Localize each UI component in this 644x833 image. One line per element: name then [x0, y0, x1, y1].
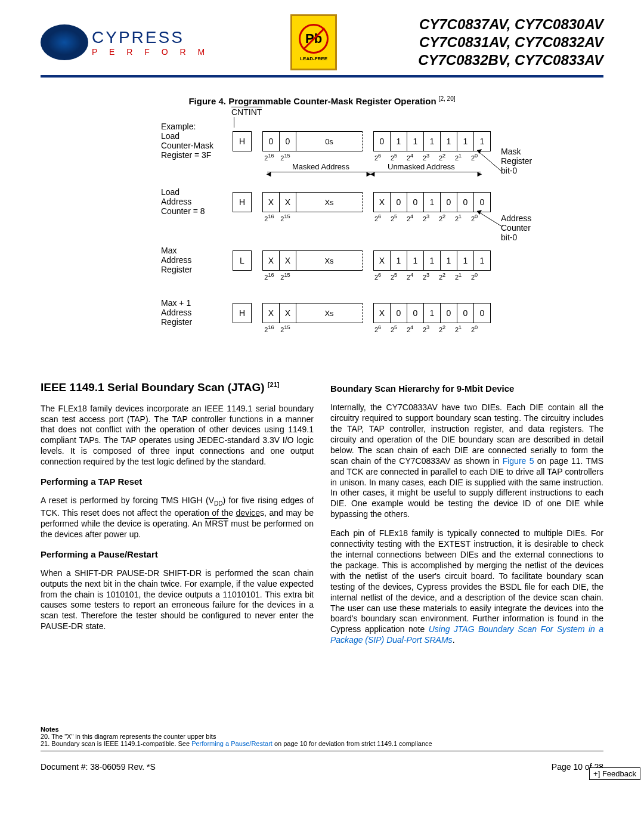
lead-free-badge: Pb LEAD-FREE [290, 14, 337, 70]
svg-line-0 [477, 150, 502, 172]
row1-h: H [233, 131, 252, 151]
figure5-link[interactable]: Figure 5 [503, 456, 534, 466]
part-numbers: CY7C0837AV, CY7C0830AV CY7C0831AV, CY7C0… [418, 16, 603, 69]
svg-marker-3 [477, 210, 482, 215]
cypress-logo: CYPRESS P E R F O R M [41, 24, 209, 60]
note-20: 20. The "X" in this diagram represents t… [41, 733, 216, 740]
svg-line-2 [477, 211, 502, 227]
lead-free-text: LEAD-FREE [300, 56, 327, 61]
left-column: IEEE 1149.1 Serial Boundary Scan (JTAG) … [41, 374, 314, 654]
hierarchy-heading: Boundary Scan Hierarchy for 9-Mbit Devic… [330, 383, 603, 394]
tap-reset-text: A reset is performed by forcing TMS HIGH… [41, 496, 314, 540]
doc-footer: Document #: 38-06059 Rev. *S Page 10 of … [41, 762, 603, 772]
register-operation-diagram: CNTINT Example: Load Counter-Mask Regist… [95, 110, 549, 360]
logo-name: CYPRESS [92, 28, 184, 47]
row-label-max: Max Address Register [161, 246, 227, 274]
pause-restart-text: When a SHIFT-DR PAUSE-DR SHIFT-DR is per… [41, 568, 314, 632]
notes-section: Notes 20. The "X" in this diagram repres… [41, 726, 603, 747]
pause-restart-heading: Performing a Pause/Restart [41, 549, 314, 560]
pb-no-icon: Pb [299, 24, 329, 54]
cntint-signal: CNTINT [231, 107, 262, 117]
tap-reset-heading: Performing a TAP Reset [41, 476, 314, 487]
doc-number: Document #: 38-06059 Rev. *S [41, 762, 156, 772]
hierarchy-p1: Internally, the CY7C0833AV have two DIEs… [330, 402, 603, 520]
row-label-example: Example: Load Counter-Mask Register = 3F [161, 122, 227, 160]
jtag-heading: IEEE 1149.1 Serial Boundary Scan (JTAG) … [41, 380, 314, 395]
hierarchy-p2: Each pin of FLEx18 family is typically c… [330, 528, 603, 646]
row-label-maxplus: Max + 1 Address Register [161, 298, 227, 327]
feedback-button[interactable]: +] Feedback [589, 767, 640, 780]
svg-marker-1 [477, 149, 482, 154]
globe-icon [41, 24, 88, 60]
part-line-2: CY7C0831AV, CY7C0832AV [418, 33, 603, 51]
page-header: CYPRESS P E R F O R M Pb LEAD-FREE CY7C0… [41, 14, 603, 78]
note-21-link[interactable]: Performing a Pause/Restart [191, 740, 273, 747]
masked-address-label: Masked Address [292, 162, 349, 171]
figure-title: Figure 4. Programmable Counter-Mask Regi… [41, 95, 603, 106]
row-label-load-counter: Load Address Counter = 8 [161, 187, 227, 216]
jtag-intro: The FLEx18 family devices incorporate an… [41, 404, 314, 467]
part-line-3: CY7C0832BV, CY7C0833AV [418, 51, 603, 69]
notes-title: Notes [41, 726, 59, 733]
part-line-1: CY7C0837AV, CY7C0830AV [418, 16, 603, 33]
note-21: 21. Boundary scan is IEEE 1149.1-compati… [41, 740, 432, 747]
right-column: Boundary Scan Hierarchy for 9-Mbit Devic… [330, 374, 603, 654]
unmasked-address-label: Unmasked Address [388, 162, 455, 171]
logo-subtitle: P E R F O R M [92, 47, 209, 57]
